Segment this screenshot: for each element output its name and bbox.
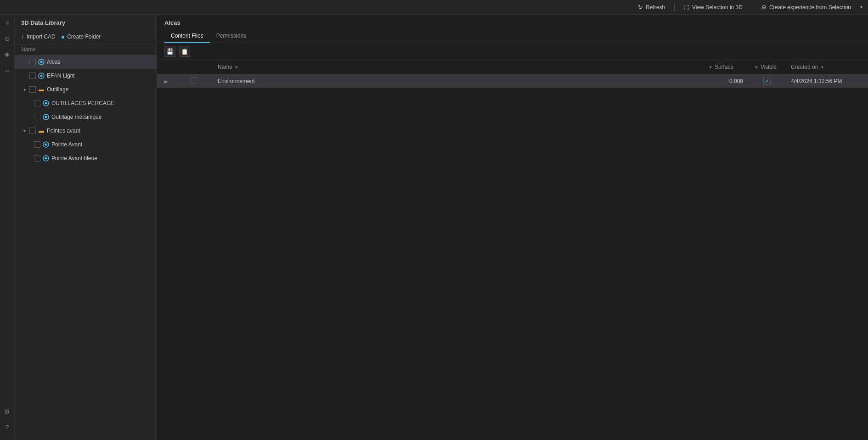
th-name-filter-icon[interactable]: ▼ (234, 65, 239, 70)
tree-checkbox-pointe-avant[interactable] (34, 141, 40, 148)
tree-header: Name (15, 45, 157, 55)
th-created-filter-icon[interactable]: ▼ (820, 65, 824, 70)
rail-icon-diamond[interactable]: ◈ (3, 50, 12, 59)
row-surface-environnement: 0.000 (703, 74, 749, 88)
tree-icon-outillage-mecanique (42, 113, 50, 121)
tree-checkbox-pointes-avant[interactable] (29, 128, 36, 134)
tree-checkbox-efan-light[interactable] (29, 72, 36, 79)
tree-label-outillage: Outillage (47, 86, 154, 93)
tree-label-pointe-avant-bleue: Pointe Avant bleue (51, 155, 154, 162)
view-selection-action[interactable]: ⬚ View Selection in 3D (684, 4, 743, 11)
create-experience-action[interactable]: ⊕ Create experience from Selection (761, 4, 851, 11)
tree-icon-outillages-percage (42, 100, 50, 107)
th-created-label: Created on (791, 64, 818, 70)
tree-expand-pointes-avant[interactable]: ▾ (21, 128, 28, 134)
table-header-row: Name ▼ ▼ Surface (157, 60, 868, 74)
tree-expand-pointe-avant-bleue[interactable] (26, 155, 32, 162)
table-row-environnement[interactable]: ▶Environnement0.000✓4/4/2024 1:32:56 PM (157, 74, 868, 88)
th-surface-filter-icon[interactable]: ▼ (708, 65, 713, 70)
tree-label-efan-light: EFAN Light (47, 72, 154, 79)
top-bar-divider-2 (752, 4, 752, 11)
th-visible-filter-icon[interactable]: ▼ (754, 65, 759, 70)
row-name-environnement: Environnement (212, 74, 703, 88)
tree-icon-pointe-avant (42, 141, 50, 148)
tabs: Content FilesPermissions (164, 30, 861, 43)
table-head: Name ▼ ▼ Surface (157, 60, 868, 74)
tree-item-pointes-avant[interactable]: ▾▬Pointes avant (15, 124, 157, 138)
tree-icon-alcas (38, 58, 45, 66)
rail-icon-settings[interactable]: ⚙ (3, 407, 12, 416)
tree-item-efan-light[interactable]: EFAN Light (15, 69, 157, 83)
create-folder-label: Create Folder (67, 33, 101, 40)
th-created: Created on ▼ (785, 60, 868, 74)
right-panel-title: Alcas (164, 19, 861, 26)
tree-expand-outillage[interactable]: ▾ (21, 86, 28, 93)
tree-container: AlcasEFAN Light▾▬OutillageOUTILLAGES PER… (15, 55, 157, 440)
name-column-label: Name (21, 46, 36, 53)
row-expand-arrow-environnement[interactable]: ▶ (164, 79, 168, 84)
top-bar: ↻ Refresh ⬚ View Selection in 3D ⊕ Creat… (0, 0, 868, 15)
rail-icon-list[interactable]: ≣ (3, 65, 12, 74)
refresh-icon: ↻ (638, 4, 643, 11)
right-header: Alcas Content FilesPermissions (157, 15, 868, 43)
import-cad-icon: ↑ (21, 33, 24, 40)
create-folder-button[interactable]: ● Create Folder (61, 33, 101, 40)
refresh-action[interactable]: ↻ Refresh (638, 4, 665, 11)
tree-item-outillage[interactable]: ▾▬Outillage (15, 83, 157, 96)
tree-item-alcas[interactable]: Alcas (15, 55, 157, 69)
tree-item-pointe-avant-bleue[interactable]: Pointe Avant bleue (15, 151, 157, 165)
tree-checkbox-outillage-mecanique[interactable] (34, 114, 40, 120)
svg-point-7 (45, 116, 47, 118)
tree-label-pointes-avant: Pointes avant (47, 128, 154, 134)
tree-item-outillage-mecanique[interactable]: Outillage mécanique (15, 110, 157, 124)
svg-point-1 (40, 61, 43, 63)
tree-item-outillages-percage[interactable]: OUTILLAGES PERCAGE (15, 96, 157, 110)
svg-point-9 (45, 144, 47, 146)
svg-point-11 (45, 157, 47, 160)
save-icon: 💾 (166, 48, 174, 55)
row-expand-environnement[interactable]: ▶ (157, 74, 175, 88)
row-checkbox-environnement[interactable] (191, 77, 197, 84)
save-button[interactable]: 💾 (164, 46, 175, 57)
rail-icon-orbit[interactable]: ⊙ (3, 34, 12, 43)
visible-check-environnement[interactable]: ✓ (763, 78, 771, 85)
tree-icon-outillage: ▬ (38, 86, 45, 93)
row-created-environnement: 4/4/2024 1:32:56 PM (785, 74, 868, 88)
copy-button[interactable]: 📋 (179, 46, 190, 57)
right-panel: Alcas Content FilesPermissions 💾 📋 (157, 15, 868, 440)
table-wrapper: Name ▼ ▼ Surface (157, 60, 868, 440)
rail-icon-help[interactable]: ? (3, 423, 12, 432)
tree-expand-outillages-percage[interactable] (26, 100, 32, 106)
tree-label-outillages-percage: OUTILLAGES PERCAGE (51, 100, 154, 106)
icon-rail: ≡ ⊙ ◈ ≣ ⚙ ? (0, 15, 15, 440)
tree-checkbox-outillages-percage[interactable] (34, 100, 40, 106)
create-experience-dropdown-icon[interactable]: ▾ (860, 5, 862, 10)
content-toolbar: 💾 📋 (157, 43, 868, 60)
left-panel: 3D Data Library ↑ Import CAD ● Create Fo… (15, 15, 157, 440)
tree-icon-pointes-avant: ▬ (38, 127, 45, 134)
tree-expand-pointe-avant[interactable] (26, 141, 32, 148)
tree-expand-outillage-mecanique[interactable] (26, 114, 32, 120)
th-expand (157, 60, 175, 74)
tree-expand-alcas[interactable] (21, 59, 28, 65)
import-cad-button[interactable]: ↑ Import CAD (21, 33, 56, 40)
data-table: Name ▼ ▼ Surface (157, 60, 868, 88)
tree-expand-efan-light[interactable] (21, 72, 28, 79)
th-visible: ▼ Visible (749, 60, 785, 74)
create-folder-icon: ● (61, 33, 65, 40)
th-surface: ▼ Surface (703, 60, 749, 74)
tree-label-alcas: Alcas (47, 59, 154, 65)
th-name: Name ▼ (212, 60, 703, 74)
tree-checkbox-outillage[interactable] (29, 86, 36, 93)
create-experience-icon: ⊕ (761, 4, 767, 11)
main-layout: ≡ ⊙ ◈ ≣ ⚙ ? 3D Data Library ↑ Import CAD… (0, 15, 868, 440)
th-visible-label: Visible (761, 64, 777, 70)
rail-icon-menu[interactable]: ≡ (3, 18, 12, 28)
left-toolbar: ↑ Import CAD ● Create Folder (15, 29, 157, 45)
tab-permissions[interactable]: Permissions (210, 30, 253, 43)
tree-checkbox-pointe-avant-bleue[interactable] (34, 155, 40, 162)
row-visible-environnement[interactable]: ✓ (749, 74, 785, 88)
tree-checkbox-alcas[interactable] (29, 59, 36, 65)
tab-content-files[interactable]: Content Files (164, 30, 210, 43)
tree-item-pointe-avant[interactable]: Pointe Avant (15, 138, 157, 151)
